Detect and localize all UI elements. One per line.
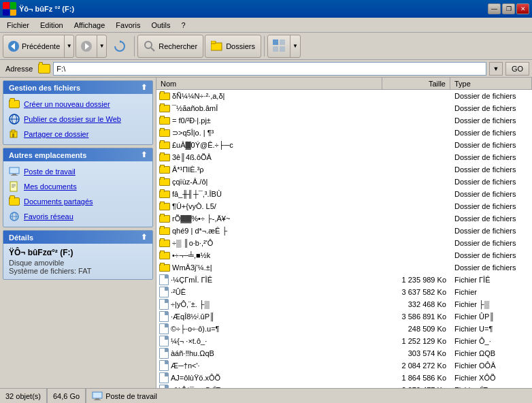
col-header-name[interactable]: Nom	[156, 78, 382, 89]
table-row[interactable]: ÷▒ ║o·b·,²'Ô Dossier de fichiers	[156, 237, 532, 249]
table-row[interactable]: àáñ·‼hu.ΩqB 303 574 Ko Fichier ΩQB	[156, 347, 532, 359]
table-row[interactable]: Â*¹ΠΙÈ.³ρ Dossier de fichiers	[156, 163, 532, 176]
create-folder-link[interactable]: Créer un nouveau dossier	[9, 98, 147, 110]
address-folder-icon	[38, 64, 50, 74]
table-row[interactable]: ·²ÛÊ 3 637 582 Ko Fichier	[156, 286, 532, 298]
table-row[interactable]: AJ=ôlùŸö.xÔÕ 1 864 586 Ko Fichier XÔÕ	[156, 372, 532, 384]
col-header-type[interactable]: Type	[450, 78, 532, 89]
table-row[interactable]: ¶Ú+{vyÒ. L5/ Dossier de fichiers	[156, 200, 532, 212]
menu-affichage[interactable]: Affichage	[69, 20, 111, 31]
status-size-label: 64,6 Go	[53, 392, 80, 400]
table-row[interactable]: rÕ▓▓%•÷ ├-,Ä¥~ Dossier de fichiers	[156, 212, 532, 225]
svg-rect-8	[211, 41, 216, 44]
close-button[interactable]: ✕	[516, 3, 529, 14]
folder-icon	[159, 154, 170, 161]
file-name: 3ê║4ß.ôÕÂ	[172, 153, 212, 161]
table-row[interactable]: •÷¬─╧,■½k Dossier de fichiers	[156, 249, 532, 261]
file-name-cell: •÷¬─╧,■½k	[156, 251, 382, 260]
gestion-header[interactable]: Gestion des fichiers ⬆	[3, 81, 152, 94]
mydocs-link[interactable]: Mes documents	[9, 180, 147, 193]
table-row[interactable]: ¼{¬ ·×t.ô_· 1 252 129 Ko Fichier Ô_·	[156, 335, 532, 347]
table-row[interactable]: = f0/²Ð·|.pj± Dossier de fichiers	[156, 114, 532, 127]
refresh-button[interactable]	[108, 34, 131, 59]
file-name: ¼{¬ ·×t.ô_·	[171, 337, 207, 345]
folder-icon	[159, 264, 170, 272]
file-list-header: Nom Taille Type	[156, 78, 532, 90]
menu-fichier[interactable]: Fichier	[1, 20, 35, 31]
restore-button[interactable]: ❐	[502, 3, 515, 14]
table-row[interactable]: fâ_╫╢┼¯,³.ÎBÙ Dossier de fichiers	[156, 188, 532, 200]
details-title: Détails	[9, 233, 33, 242]
svg-rect-17	[12, 130, 15, 132]
file-type-cell: Fichier ├▒	[450, 300, 532, 309]
table-row[interactable]: çqïùz-Â./ô| Dossier de fichiers	[156, 176, 532, 188]
forward-button[interactable]	[76, 35, 97, 57]
views-main-button[interactable]	[268, 36, 290, 57]
table-row[interactable]: ÷|yÔ,¨±. ├▒ 332 468 Ko Fichier ├▒	[156, 298, 532, 310]
table-row[interactable]: WmÂ3j'¼.±| Dossier de fichiers	[156, 261, 532, 274]
netfav-link[interactable]: Favoris réseau	[9, 210, 147, 223]
share-link[interactable]: Partager ce dossier	[9, 128, 147, 140]
folder-icon	[159, 166, 170, 174]
table-row[interactable]: c%Ô*¯÷w;¶./ÎT 2 979 477 Ko Fichier /ÎT	[156, 384, 532, 388]
table-row[interactable]: ·ÆqÎ8½ʲ.ûP║ 3 586 891 Ko Fichier ÛP║	[156, 310, 532, 323]
svg-rect-12	[280, 46, 285, 52]
folders-button[interactable]: Dossiers	[205, 35, 261, 58]
details-content: ŸÔ¬ bûFzα°² (F:) Disque amovible Système…	[3, 244, 152, 279]
table-row[interactable]: qhé9 | d*¬.æÊ ├ Dossier de fichiers	[156, 225, 532, 237]
table-row[interactable]: ·¼ÇΓmÎ. ΓÎÊ 1 235 989 Ko Fichier ΓÎÊ	[156, 274, 532, 286]
file-type-cell: Fichier OÔÂ	[450, 361, 532, 370]
file-name: fâ_╫╢┼¯,³.ÎBÙ	[172, 190, 222, 198]
autres-header[interactable]: Autres emplacements ⬆	[3, 148, 152, 161]
back-dropdown-button[interactable]: ▼	[64, 35, 73, 57]
file-type-cell: Fichier ΓÎÊ	[450, 275, 532, 285]
views-button: ▼	[267, 35, 301, 58]
back-button[interactable]: Précédente	[3, 35, 64, 57]
col-header-size[interactable]: Taille	[382, 78, 450, 89]
svg-rect-21	[11, 175, 18, 176]
table-row[interactable]: δÑ¼¼N÷·²·,a,δ| Dossier de fichiers	[156, 90, 532, 102]
file-icon	[159, 336, 169, 346]
views-icon	[272, 39, 286, 52]
gestion-content: Créer un nouveau dossier Publier ce doss…	[3, 94, 152, 144]
menu-help[interactable]: ?	[176, 20, 191, 31]
publish-link[interactable]: Publier ce dossier sur le Web	[9, 113, 147, 125]
folder-icon	[159, 252, 170, 259]
workstation-link[interactable]: Poste de travail	[9, 165, 147, 178]
file-name-cell: ⊃>q5Î|o. | ¶³	[156, 128, 382, 138]
table-row[interactable]: ¯½ãañob.âmÎ Dossier de fichiers	[156, 102, 532, 114]
address-dropdown-button[interactable]: ▼	[489, 62, 503, 76]
table-row[interactable]: Æ─†n<'· 2 084 272 Ko Fichier OÔÂ	[156, 359, 532, 372]
address-input[interactable]	[56, 65, 483, 73]
details-header[interactable]: Détails ⬆	[3, 231, 152, 244]
go-button[interactable]: GO	[505, 62, 529, 76]
file-icon	[159, 311, 169, 322]
menu-edition[interactable]: Edition	[35, 20, 69, 31]
table-row[interactable]: ©÷├·o÷·ô).u=¶ 248 509 Ko Fichier U=¶	[156, 323, 532, 335]
table-row[interactable]: £uÂ▓0Ý@Ê.÷├─c Dossier de fichiers	[156, 139, 532, 151]
forward-dropdown-button[interactable]: ▼	[97, 35, 106, 57]
shared-link[interactable]: Documents partagés	[9, 195, 147, 208]
table-row[interactable]: 3ê║4ß.ôÕÂ Dossier de fichiers	[156, 151, 532, 163]
file-name-cell: Â*¹ΠΙÈ.³ρ	[156, 165, 382, 174]
svg-rect-10	[280, 39, 285, 45]
file-name-cell: £uÂ▓0Ý@Ê.÷├─c	[156, 140, 382, 150]
file-size-cell: 1 235 989 Ko	[382, 275, 450, 285]
file-size-cell	[382, 267, 450, 268]
title-bar-controls: — ❐ ✕	[488, 3, 529, 14]
file-size-cell	[382, 230, 450, 231]
search-button[interactable]: Rechercher	[137, 35, 203, 58]
views-dropdown-button[interactable]: ▼	[290, 35, 300, 57]
workstation-status-icon	[92, 391, 103, 402]
menu-favoris[interactable]: Favoris	[110, 20, 146, 31]
table-row[interactable]: ⊃>q5Î|o. | ¶³ Dossier de fichiers	[156, 127, 532, 139]
menu-outils[interactable]: Outils	[146, 20, 176, 31]
file-name: £uÂ▓0Ý@Ê.÷├─c	[172, 141, 233, 149]
file-name: ·¼ÇΓmÎ. ΓÎÊ	[171, 276, 212, 284]
minimize-button[interactable]: —	[488, 3, 501, 14]
file-icon	[159, 274, 169, 285]
folder-icon	[159, 215, 170, 223]
file-name: ÷|yÔ,¨±. ├▒	[171, 300, 210, 308]
file-type-cell: Dossier de fichiers	[450, 91, 532, 101]
file-type-cell: Fichier ÛP║	[450, 312, 532, 321]
